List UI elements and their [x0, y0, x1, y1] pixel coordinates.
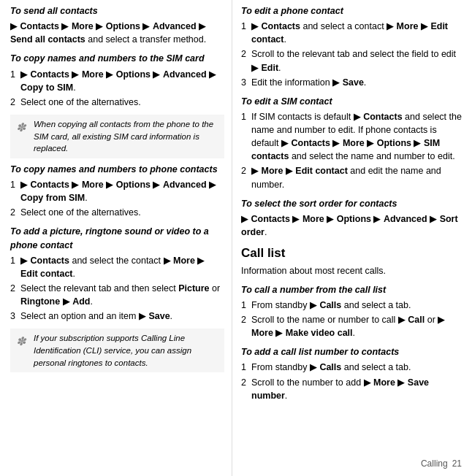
step-item: 2 Select one of the alternatives.: [10, 206, 224, 219]
section-add-call-list: To add a call list number to contacts 1 …: [241, 345, 465, 402]
step-item: 2 ▶ More ▶ Edit contact and edit the nam…: [241, 164, 465, 191]
step-item: 1 ▶ Contacts and select the contact ▶ Mo…: [10, 254, 224, 280]
step-item: 1 ▶ Contacts ▶ More ▶ Options ▶ Advanced…: [10, 68, 224, 94]
step-item: 2 Scroll to the name or number to call ▶…: [241, 313, 465, 339]
step-item: 3 Edit the information ▶ Save.: [241, 76, 465, 89]
section-edit-sim-title: To edit a SIM contact: [241, 95, 465, 108]
step-item: 2 Scroll to the number to add ▶ More ▶ S…: [241, 376, 465, 402]
section-add-picture-ringtone: To add a picture, ringtone sound or vide…: [10, 225, 224, 323]
section-sort-order: To select the sort order for contacts ▶ …: [241, 197, 465, 239]
edit-phone-steps: 1 ▶ Contacts and select a contact ▶ More…: [241, 20, 465, 89]
note-icon: ✽: [16, 119, 29, 136]
step-item: 1 From standby ▶ Calls and select a tab.: [241, 299, 465, 312]
section-copy-to-sim-title: To copy names and numbers to the SIM car…: [10, 52, 224, 65]
step-item: 2 Select one of the alternatives.: [10, 96, 224, 109]
section-call-list: Call list Information about most recent …: [241, 245, 465, 277]
note-cli-text: If your subscription supports Calling Li…: [34, 332, 218, 369]
note-sim-copy: ✽ When copying all contacts from the pho…: [10, 115, 224, 158]
step-item: 2 Select the relevant tab and then selec…: [10, 282, 224, 308]
step-item: 3 Select an option and an item ▶ Save.: [10, 310, 224, 323]
section-copy-to-sim: To copy names and numbers to the SIM car…: [10, 52, 224, 109]
section-sort-order-title: To select the sort order for contacts: [241, 197, 465, 210]
step-item: 2 Scroll to the relevant tab and select …: [241, 47, 465, 74]
add-call-list-steps: 1 From standby ▶ Calls and select a tab.…: [241, 361, 465, 402]
call-list-heading: Call list: [241, 245, 465, 263]
note-cli-icon: ✽: [16, 333, 29, 350]
step-item: 1 ▶ Contacts and select a contact ▶ More…: [241, 20, 465, 46]
right-column: To edit a phone contact 1 ▶ Contacts and…: [232, 0, 472, 476]
section-send-all-contacts-body: ▶ Contacts ▶ More ▶ Options ▶ Advanced ▶…: [10, 20, 224, 46]
section-copy-from-sim-title: To copy names and numbers to phone conta…: [10, 163, 224, 176]
call-number-steps: 1 From standby ▶ Calls and select a tab.…: [241, 299, 465, 339]
add-picture-steps: 1 ▶ Contacts and select the contact ▶ Mo…: [10, 254, 224, 323]
section-send-all-contacts: To send all contacts ▶ Contacts ▶ More ▶…: [10, 4, 224, 46]
section-call-number: To call a number from the call list 1 Fr…: [241, 283, 465, 340]
section-send-all-contacts-title: To send all contacts: [10, 4, 224, 18]
section-edit-phone-contact: To edit a phone contact 1 ▶ Contacts and…: [241, 4, 465, 89]
section-edit-sim-contact: To edit a SIM contact 1 If SIM contacts …: [241, 95, 465, 191]
step-item: 1 If SIM contacts is default ▶ Contacts …: [241, 110, 465, 164]
note-cli: ✽ If your subscription supports Calling …: [10, 329, 224, 372]
section-copy-from-sim: To copy names and numbers to phone conta…: [10, 163, 224, 220]
page-number: 21: [452, 458, 462, 470]
footer-label: Calling: [421, 458, 448, 470]
copy-to-sim-steps: 1 ▶ Contacts ▶ More ▶ Options ▶ Advanced…: [10, 68, 224, 109]
step-item: 1 ▶ Contacts ▶ More ▶ Options ▶ Advanced…: [10, 178, 224, 204]
edit-sim-steps: 1 If SIM contacts is default ▶ Contacts …: [241, 110, 465, 191]
section-edit-phone-title: To edit a phone contact: [241, 4, 465, 18]
left-column: To send all contacts ▶ Contacts ▶ More ▶…: [0, 0, 232, 476]
section-add-picture-title: To add a picture, ringtone sound or vide…: [10, 225, 224, 251]
page: To send all contacts ▶ Contacts ▶ More ▶…: [0, 0, 472, 476]
step-item: 1 From standby ▶ Calls and select a tab.: [241, 361, 465, 374]
page-footer: Calling 21: [421, 458, 462, 470]
call-list-subtitle: Information about most recent calls.: [241, 264, 465, 277]
section-add-call-list-title: To add a call list number to contacts: [241, 345, 465, 358]
copy-from-sim-steps: 1 ▶ Contacts ▶ More ▶ Options ▶ Advanced…: [10, 178, 224, 219]
section-sort-order-body: ▶ Contacts ▶ More ▶ Options ▶ Advanced ▶…: [241, 212, 465, 239]
note-sim-copy-text: When copying all contacts from the phone…: [34, 118, 218, 155]
section-call-number-title: To call a number from the call list: [241, 283, 465, 296]
